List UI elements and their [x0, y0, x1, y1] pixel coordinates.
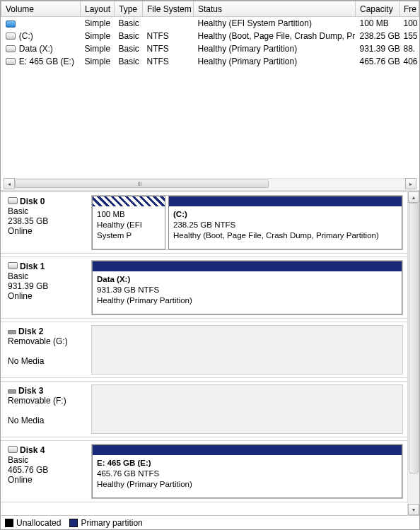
no-media-area[interactable] — [91, 384, 403, 434]
drive-icon — [6, 58, 16, 65]
disk-type: Basic — [8, 271, 86, 281]
partition-header — [93, 261, 402, 271]
disk-row[interactable]: Disk 4 Basic 465.76 GB Online E: 465 GB … — [1, 440, 407, 502]
legend-item-primary: Primary partition — [69, 518, 142, 528]
scroll-track[interactable] — [408, 203, 419, 504]
cell: Healthy (Boot, Page File, Crash Dump, Pr… — [194, 30, 356, 42]
horizontal-scrollbar[interactable]: ◂ ▸ — [4, 177, 416, 190]
disk-state: No Media — [8, 356, 86, 366]
cell: Basic — [115, 55, 143, 68]
volume-table[interactable]: Volume Layout Type File System Status Ca… — [1, 1, 419, 68]
disk-state: Online — [8, 475, 86, 485]
disk-row[interactable]: Disk 3 Removable (F:) No Media — [1, 381, 407, 437]
cell: 88. — [399, 42, 419, 55]
cell: 100 MB — [356, 17, 399, 30]
partition-size: 465.76 GB NTFS — [97, 469, 397, 479]
partition-e[interactable]: E: 465 GB (E:) 465.76 GB NTFS Healthy (P… — [92, 444, 402, 498]
disk-info: Disk 3 Removable (F:) No Media — [1, 382, 91, 437]
disk-state: No Media — [8, 416, 86, 425]
scroll-thumb[interactable] — [409, 203, 419, 473]
cell: Basic — [115, 42, 143, 55]
table-row[interactable]: (C:) Simple Basic NTFS Healthy (Boot, Pa… — [1, 30, 419, 42]
col-capacity[interactable]: Capacity — [356, 1, 399, 17]
swatch-icon — [5, 519, 13, 527]
disk-type: Basic — [8, 206, 86, 216]
partition-size: 931.39 GB NTFS — [97, 285, 397, 295]
col-free[interactable]: Fre — [399, 1, 419, 17]
disk-name: Disk 3 — [18, 386, 43, 396]
table-row[interactable]: Data (X:) Simple Basic NTFS Healthy (Pri… — [1, 42, 419, 55]
cell: 931.39 GB — [356, 42, 399, 55]
disk-info: Disk 2 Removable (G:) No Media — [1, 322, 91, 377]
cell: Simple — [81, 55, 115, 68]
removable-icon — [8, 330, 16, 334]
no-media-area[interactable] — [91, 325, 403, 375]
partition-efi[interactable]: 100 MB Healthy (EFI System P — [92, 196, 165, 249]
disk-icon — [8, 446, 18, 453]
scroll-left-button[interactable]: ◂ — [4, 178, 15, 189]
disk-size: 238.35 GB — [8, 216, 86, 226]
cell: Simple — [81, 17, 115, 30]
cell: Basic — [115, 17, 143, 30]
disk-row[interactable]: Disk 2 Removable (G:) No Media — [1, 322, 407, 378]
partition-status: Healthy (Primary Partition) — [97, 479, 397, 490]
partition-size: 100 MB — [97, 209, 161, 220]
partition-header — [93, 196, 165, 206]
scroll-up-button[interactable]: ▴ — [408, 192, 419, 203]
vol-name: Data (X:) — [19, 44, 53, 54]
table-row[interactable]: Simple Basic Healthy (EFI System Partiti… — [1, 17, 419, 30]
scroll-track[interactable] — [15, 178, 405, 189]
col-volume[interactable]: Volume — [1, 1, 81, 17]
table-row[interactable]: E: 465 GB (E:) Simple Basic NTFS Healthy… — [1, 55, 419, 68]
scroll-down-button[interactable]: ▾ — [408, 504, 419, 515]
disk-row[interactable]: Disk 0 Basic 238.35 GB Online 100 MB Hea… — [1, 192, 407, 254]
disk-size: 931.39 GB — [8, 281, 86, 291]
vertical-scrollbar[interactable]: ▴ ▾ — [407, 192, 419, 515]
legend-item-unallocated: Unallocated — [5, 518, 61, 528]
cell: Healthy (EFI System Partition) — [194, 17, 356, 30]
cell: 155 — [399, 30, 419, 42]
cell: NTFS — [143, 55, 194, 68]
disk-info: Disk 0 Basic 238.35 GB Online — [1, 192, 91, 253]
partition-size: 238.25 GB NTFS — [173, 220, 397, 230]
cell: NTFS — [143, 30, 194, 42]
disk-type: Removable (G:) — [8, 336, 86, 346]
drive-icon — [6, 33, 16, 40]
partition-status: Healthy (Boot, Page File, Crash Dump, Pr… — [173, 230, 397, 241]
col-layout[interactable]: Layout — [81, 1, 115, 17]
disk-state: Online — [8, 226, 86, 236]
disk-info: Disk 1 Basic 931.39 GB Online — [1, 257, 91, 318]
cell: 238.25 GB — [356, 30, 399, 42]
partition-header — [93, 445, 402, 455]
disk-name: Disk 0 — [20, 196, 45, 206]
col-filesystem[interactable]: File System — [143, 1, 194, 17]
disk-icon — [8, 197, 18, 204]
partition-name: (C:) — [173, 209, 397, 220]
partition-c[interactable]: (C:) 238.25 GB NTFS Healthy (Boot, Page … — [168, 196, 402, 249]
disk-name: Disk 4 — [20, 445, 45, 455]
column-header-row: Volume Layout Type File System Status Ca… — [1, 1, 419, 17]
partition-data-x[interactable]: Data (X:) 931.39 GB NTFS Healthy (Primar… — [92, 261, 402, 314]
vol-name: (C:) — [19, 31, 33, 41]
partition-name: Data (X:) — [97, 274, 397, 285]
drive-icon — [6, 45, 16, 52]
volume-list-pane: Volume Layout Type File System Status Ca… — [1, 1, 419, 190]
col-status[interactable]: Status — [194, 1, 356, 17]
disk-row[interactable]: Disk 1 Basic 931.39 GB Online Data (X:) … — [1, 257, 407, 319]
disk-state: Online — [8, 291, 86, 301]
removable-icon — [8, 389, 16, 394]
col-type[interactable]: Type — [115, 1, 143, 17]
legend-label: Primary partition — [81, 518, 142, 528]
disk-icon — [8, 262, 18, 269]
scroll-right-button[interactable]: ▸ — [405, 178, 416, 189]
cell: Healthy (Primary Partition) — [194, 42, 356, 55]
disk-name: Disk 1 — [20, 261, 45, 271]
cell: Simple — [81, 30, 115, 42]
disk-type: Basic — [8, 455, 86, 465]
disk-type: Removable (F:) — [8, 396, 86, 406]
partition-status: Healthy (Primary Partition) — [97, 295, 397, 306]
scroll-thumb[interactable] — [15, 179, 269, 188]
cell: Simple — [81, 42, 115, 55]
disk-name: Disk 2 — [18, 326, 43, 336]
vol-name: E: 465 GB (E:) — [19, 57, 74, 66]
